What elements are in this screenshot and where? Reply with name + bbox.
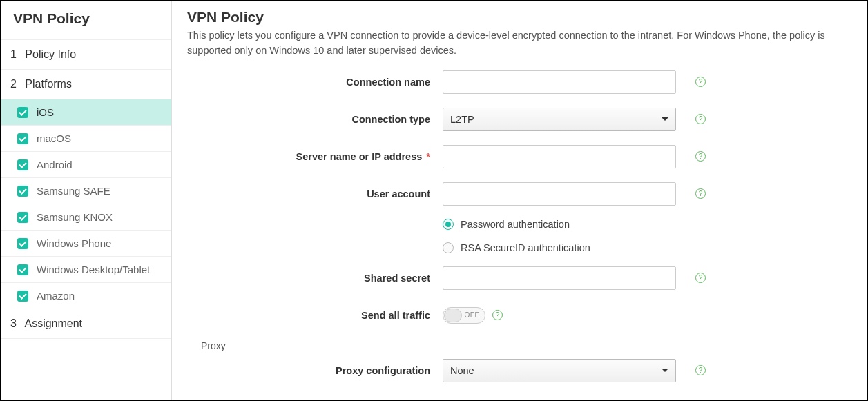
row-proxy-configuration: Proxy configuration None ? bbox=[187, 358, 852, 383]
sidebar-item-label: macOS bbox=[37, 133, 71, 144]
sidebar-item-windows-desktop[interactable]: Windows Desktop/Tablet bbox=[1, 257, 171, 283]
check-icon bbox=[17, 264, 28, 275]
section-proxy: Proxy bbox=[201, 340, 852, 351]
radio-password-auth[interactable]: Password authentication bbox=[443, 219, 590, 230]
toggle-state-label: OFF bbox=[465, 311, 480, 319]
sidebar-item-label: Android bbox=[37, 159, 73, 170]
sidebar-step-platforms[interactable]: 2 Platforms bbox=[1, 70, 171, 99]
step-label: Platforms bbox=[25, 78, 72, 90]
help-icon[interactable]: ? bbox=[695, 273, 706, 283]
auth-radio-group: Password authentication RSA SecureID aut… bbox=[443, 219, 590, 253]
chevron-down-icon bbox=[662, 369, 668, 372]
check-icon bbox=[17, 291, 28, 302]
sidebar-item-label: Windows Phone bbox=[37, 237, 111, 249]
sidebar-item-windows-phone[interactable]: Windows Phone bbox=[1, 231, 171, 257]
radio-label: RSA SecureID authentication bbox=[461, 242, 590, 253]
sidebar-item-macos[interactable]: macOS bbox=[1, 126, 171, 152]
row-user-account: User account ? bbox=[187, 182, 852, 206]
toggle-knob bbox=[444, 309, 462, 322]
step-label: Assignment bbox=[24, 317, 82, 329]
toggle-send-all-traffic[interactable]: OFF bbox=[443, 307, 485, 324]
select-connection-type[interactable]: L2TP bbox=[443, 108, 676, 131]
sidebar-item-label: iOS bbox=[37, 106, 54, 118]
check-icon bbox=[17, 238, 28, 249]
select-proxy-configuration[interactable]: None bbox=[443, 359, 676, 382]
sidebar-step-assignment[interactable]: 3 Assignment bbox=[1, 309, 171, 339]
sidebar-item-samsung-knox[interactable]: Samsung KNOX bbox=[1, 204, 171, 231]
check-icon bbox=[17, 159, 28, 170]
label-send-all-traffic: Send all traffic bbox=[187, 310, 443, 321]
check-icon bbox=[17, 212, 28, 223]
sidebar-item-label: Amazon bbox=[37, 290, 75, 302]
label-connection-type: Connection type bbox=[187, 114, 443, 125]
input-shared-secret[interactable] bbox=[443, 266, 676, 290]
help-icon[interactable]: ? bbox=[492, 310, 503, 320]
chevron-down-icon bbox=[662, 117, 668, 121]
sidebar-title: VPN Policy bbox=[1, 1, 171, 40]
step-number: 2 bbox=[10, 78, 17, 90]
step-label: Policy Info bbox=[25, 48, 76, 60]
sidebar-item-samsung-safe[interactable]: Samsung SAFE bbox=[1, 178, 171, 204]
help-icon[interactable]: ? bbox=[695, 77, 706, 87]
row-send-all-traffic: Send all traffic OFF ? bbox=[187, 303, 852, 328]
sidebar-item-label: Samsung SAFE bbox=[37, 185, 110, 197]
sidebar-item-label: Samsung KNOX bbox=[37, 211, 113, 223]
sidebar-item-label: Windows Desktop/Tablet bbox=[37, 264, 150, 275]
label-proxy-configuration: Proxy configuration bbox=[187, 365, 443, 376]
select-value: L2TP bbox=[450, 114, 474, 125]
row-auth: Password authentication RSA SecureID aut… bbox=[187, 219, 852, 253]
help-icon[interactable]: ? bbox=[695, 188, 706, 199]
input-user-account[interactable] bbox=[443, 182, 676, 206]
page-description: This policy lets you configure a VPN con… bbox=[187, 28, 852, 59]
check-icon bbox=[17, 133, 28, 144]
sidebar: VPN Policy 1 Policy Info 2 Platforms iOS… bbox=[1, 1, 172, 400]
radio-label: Password authentication bbox=[461, 219, 570, 230]
label-connection-name: Connection name bbox=[187, 77, 443, 88]
input-connection-name[interactable] bbox=[443, 70, 676, 94]
row-connection-name: Connection name ? bbox=[187, 70, 852, 95]
check-icon bbox=[17, 186, 28, 197]
sidebar-item-android[interactable]: Android bbox=[1, 152, 171, 178]
page-title: VPN Policy bbox=[187, 9, 852, 26]
label-shared-secret: Shared secret bbox=[187, 273, 443, 284]
sidebar-item-amazon[interactable]: Amazon bbox=[1, 283, 171, 309]
label-server-name: Server name or IP address * bbox=[187, 151, 443, 162]
help-icon[interactable]: ? bbox=[695, 114, 706, 124]
sidebar-item-ios[interactable]: iOS bbox=[1, 99, 171, 126]
label-user-account: User account bbox=[187, 188, 443, 199]
check-icon bbox=[17, 107, 28, 118]
radio-rsa-auth[interactable]: RSA SecureID authentication bbox=[443, 242, 590, 253]
row-server-name: Server name or IP address * ? bbox=[187, 144, 852, 169]
select-value: None bbox=[450, 365, 474, 376]
required-asterisk: * bbox=[426, 151, 430, 162]
step-number: 3 bbox=[10, 317, 17, 329]
radio-icon bbox=[443, 219, 454, 230]
row-shared-secret: Shared secret ? bbox=[187, 266, 852, 291]
label-text: Server name or IP address bbox=[296, 151, 423, 162]
step-number: 1 bbox=[10, 48, 17, 60]
sidebar-step-policy-info[interactable]: 1 Policy Info bbox=[1, 40, 171, 70]
row-connection-type: Connection type L2TP ? bbox=[187, 107, 852, 132]
help-icon[interactable]: ? bbox=[695, 151, 706, 162]
help-icon[interactable]: ? bbox=[695, 365, 706, 375]
radio-icon bbox=[443, 242, 454, 253]
main-panel: VPN Policy This policy lets you configur… bbox=[172, 1, 867, 400]
input-server-name[interactable] bbox=[443, 145, 676, 168]
